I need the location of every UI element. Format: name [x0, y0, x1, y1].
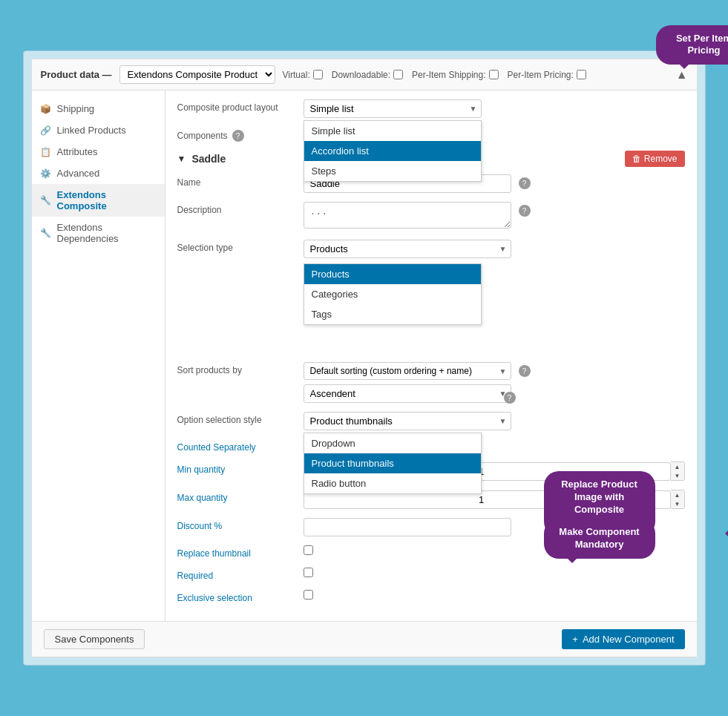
- components-info-icon[interactable]: ?: [232, 130, 244, 142]
- add-label: Add New Component: [583, 634, 675, 645]
- sidebar: 📦 Shipping 🔗 Linked Products 📋 Attribute…: [32, 91, 165, 621]
- remove-icon: 🗑: [632, 154, 641, 164]
- replace-thumbnail-checkbox[interactable]: [304, 545, 313, 555]
- sort-input[interactable]: [304, 362, 511, 380]
- opt-style-dropdown[interactable]: Dropdown: [304, 433, 481, 453]
- option-style-overlay: Dropdown Product thumbnails Radio button: [304, 433, 482, 494]
- min-qty-down[interactable]: ▼: [671, 471, 684, 480]
- section-toggle-icon[interactable]: ▼: [177, 154, 186, 164]
- max-qty-arrows: ▲ ▼: [671, 490, 685, 509]
- per-item-pricing-checkbox[interactable]: [577, 70, 586, 79]
- discount-label: Discount %: [177, 518, 296, 531]
- max-qty-label: Max quantity: [177, 490, 296, 503]
- sel-opt-tags[interactable]: Tags: [304, 304, 481, 324]
- max-qty-up[interactable]: ▲: [671, 490, 684, 499]
- product-type-select[interactable]: Extendons Composite Product Simple produ…: [119, 65, 275, 84]
- option-style-label: Option selection style: [177, 412, 296, 425]
- sort-info-icon[interactable]: ?: [519, 365, 531, 377]
- required-control: [304, 568, 685, 577]
- min-qty-label: Min quantity: [177, 462, 296, 475]
- option-style-control: ▼ Dropdown Product thumbnails Radio butt…: [304, 412, 511, 430]
- sort-order-info-icon[interactable]: ?: [504, 392, 516, 404]
- option-style-row: Option selection style ▼ Dropdown Produc…: [177, 412, 685, 430]
- selection-type-dropdown-wrap: ▼: [304, 240, 511, 258]
- exclusive-checkbox[interactable]: [304, 590, 313, 600]
- sort-order-input[interactable]: [304, 384, 511, 403]
- shipping-icon: 📦: [41, 104, 51, 114]
- description-label: Description: [177, 202, 296, 215]
- discount-control: [304, 518, 511, 536]
- panel-body: 📦 Shipping 🔗 Linked Products 📋 Attribute…: [32, 91, 697, 621]
- sort-control: ▼ ▼: [304, 362, 511, 403]
- dependencies-icon: 🔧: [41, 228, 51, 238]
- layout-opt-steps[interactable]: Steps: [304, 161, 481, 181]
- selection-type-control: ▼ Products Categories Tags × Comfort Sad…: [304, 240, 511, 318]
- sidebar-item-linked-products[interactable]: 🔗 Linked Products: [32, 119, 165, 141]
- exclusive-control: [304, 590, 685, 600]
- option-style-input[interactable]: [304, 412, 511, 430]
- sidebar-item-extendons-composite[interactable]: 🔧 Extendons Composite: [32, 184, 165, 217]
- sidebar-item-extendons-dependencies[interactable]: 🔧 Extendons Dependencies: [32, 217, 165, 249]
- virtual-label[interactable]: Virtual:: [283, 70, 323, 80]
- exclusive-label: Exclusive selection: [177, 590, 296, 603]
- selection-type-row: Selection type ▼ Products Categories Tag…: [177, 240, 685, 318]
- max-qty-down[interactable]: ▼: [671, 499, 684, 508]
- min-qty-up[interactable]: ▲: [671, 462, 684, 471]
- discount-input[interactable]: [304, 518, 511, 536]
- sidebar-label-attributes: Attributes: [57, 146, 98, 157]
- sidebar-item-attributes[interactable]: 📋 Attributes: [32, 141, 165, 162]
- opt-style-radio[interactable]: Radio button: [304, 473, 481, 493]
- product-data-panel: Product data — Extendons Composite Produ…: [31, 59, 698, 657]
- sidebar-item-advanced[interactable]: ⚙️ Advanced: [32, 162, 165, 184]
- sidebar-label-composite: Extendons Composite: [57, 189, 156, 211]
- panel-collapse-icon[interactable]: ▲: [676, 68, 688, 82]
- sel-opt-categories[interactable]: Categories: [304, 284, 481, 304]
- option-style-dropdown-wrap: ▼: [304, 412, 511, 430]
- panel-footer: Save Components + Add New Component: [32, 621, 697, 657]
- composite-icon: 🔧: [41, 195, 51, 206]
- add-new-component-button[interactable]: + Add New Component: [562, 629, 684, 649]
- per-item-pricing-tooltip: Set Per Item Pricing: [656, 25, 729, 65]
- description-row: Description ?: [177, 202, 685, 231]
- selection-type-label: Selection type: [177, 240, 296, 253]
- description-control: [304, 202, 511, 231]
- layout-opt-accordion[interactable]: Accordion list: [304, 141, 481, 161]
- per-item-shipping-label[interactable]: Per-Item Shipping:: [412, 70, 498, 80]
- layout-input[interactable]: [304, 99, 482, 118]
- required-checkbox[interactable]: [304, 568, 313, 577]
- discount-row: Discount % Offer Percentage Discount on …: [177, 518, 685, 536]
- name-info-icon[interactable]: ?: [519, 177, 531, 189]
- header-checkboxes: Virtual: Downloadable: Per-Item Shipping…: [283, 70, 586, 80]
- per-item-pricing-label[interactable]: Per-Item Pricing: Set Per Item Pricing: [508, 70, 586, 80]
- virtual-checkbox[interactable]: [313, 70, 323, 79]
- linked-products-icon: 🔗: [41, 125, 51, 136]
- sel-opt-products[interactable]: Products: [304, 264, 481, 284]
- sort-dropdown-wrap: ▼: [304, 362, 511, 380]
- counted-label: Counted Separately: [177, 439, 296, 453]
- selection-type-input[interactable]: [304, 240, 511, 258]
- per-item-shipping-checkbox[interactable]: [489, 70, 499, 79]
- save-components-button[interactable]: Save Components: [44, 629, 145, 649]
- sidebar-item-shipping[interactable]: 📦 Shipping: [32, 98, 165, 119]
- exclusive-row: Exclusive selection: [177, 590, 685, 603]
- description-info-icon[interactable]: ?: [519, 205, 531, 217]
- opt-style-thumbnails[interactable]: Product thumbnails: [304, 453, 481, 473]
- required-label: Required: [177, 568, 296, 581]
- layout-opt-simple[interactable]: Simple list: [304, 121, 481, 141]
- required-row: Required Make Component Mandatory: [177, 568, 685, 581]
- sidebar-label-advanced: Advanced: [57, 168, 100, 179]
- product-data-label: Product data —: [41, 69, 112, 80]
- downloadable-label[interactable]: Downloadable:: [332, 70, 403, 80]
- outer-wrapper: Product data — Extendons Composite Produ…: [23, 50, 706, 666]
- description-textarea[interactable]: [304, 202, 511, 229]
- remove-button[interactable]: 🗑 Remove: [625, 151, 685, 167]
- sidebar-label-dependencies: Extendons Dependencies: [57, 222, 156, 244]
- layout-row: Composite product layout ▼ Simple list A…: [177, 99, 685, 118]
- sort-row: Sort products by ▼ ▼ ?: [177, 362, 685, 403]
- layout-dropdown-overlay: Simple list Accordion list Steps: [304, 120, 482, 182]
- components-label: Components ?: [177, 127, 296, 142]
- advanced-icon: ⚙️: [41, 168, 51, 179]
- name-label: Name: [177, 174, 296, 188]
- sort-order-wrap: ▼: [304, 384, 511, 403]
- downloadable-checkbox[interactable]: [393, 70, 403, 79]
